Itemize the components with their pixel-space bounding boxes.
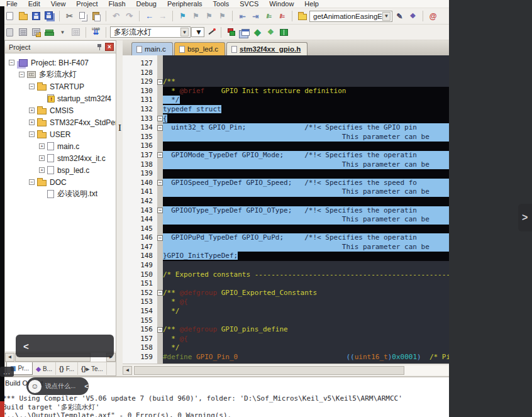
pin-icon[interactable] xyxy=(95,43,104,52)
lookup-doc-icon[interactable]: ✎ xyxy=(394,10,406,22)
fold-collapse-icon[interactable]: − xyxy=(157,327,163,333)
menu-item-flash[interactable]: Flash xyxy=(109,1,126,8)
options-target-icon[interactable] xyxy=(205,26,217,38)
code-text[interactable]: /** * @brief GPIO Init structure definit… xyxy=(163,55,449,364)
chat-overlay-bar[interactable]: ☺ 说点什么... < xyxy=(26,377,89,395)
navigate-back-icon[interactable]: ← xyxy=(143,10,155,22)
code-line[interactable]: * @{ xyxy=(163,335,449,344)
rte-diamond-icon[interactable]: ◆ xyxy=(252,26,263,38)
uncomment-icon[interactable]: //≡ xyxy=(276,10,288,22)
menu-item-window[interactable]: Window xyxy=(269,1,294,8)
expand-icon[interactable]: + xyxy=(39,155,45,161)
code-line[interactable]: uint32_t GPIO_Pin; /*!< Specifies the GP… xyxy=(163,123,449,133)
stop-build-icon[interactable] xyxy=(70,26,82,38)
collapse-icon[interactable]: − xyxy=(9,60,14,65)
save-all-icon[interactable] xyxy=(43,10,55,22)
code-line[interactable] xyxy=(163,169,449,179)
menu-item-peripherals[interactable]: Peripherals xyxy=(167,1,202,8)
chevron-right-icon[interactable]: > xyxy=(522,212,528,223)
code-line[interactable]: /** xyxy=(163,77,449,87)
code-line[interactable] xyxy=(163,316,449,326)
tree-item[interactable]: −USER xyxy=(5,128,116,140)
search-combobox[interactable]: getAnimationEasingEqua▼ xyxy=(309,11,392,22)
menu-item-svcs[interactable]: SVCS xyxy=(240,1,258,8)
code-line[interactable]: This parameter can be xyxy=(163,187,449,197)
tree-item[interactable]: +main.c xyxy=(5,140,116,152)
redo-icon[interactable]: ↷ xyxy=(123,10,135,22)
tree-item[interactable]: 必读说明.txt xyxy=(5,188,116,200)
collapse-icon[interactable]: − xyxy=(29,84,35,89)
tree-item[interactable]: −Project: BH-F407 xyxy=(5,57,116,69)
collapse-icon[interactable]: − xyxy=(29,179,35,185)
menu-item-help[interactable]: Help xyxy=(304,1,319,8)
chevron-left-icon[interactable]: < xyxy=(23,341,29,352)
chevron-down-icon[interactable]: ▼ xyxy=(382,12,391,21)
code-line[interactable]: GPIOPuPd_TypeDef GPIO_PuPd; /*!< Specifi… xyxy=(163,233,449,243)
bookmark-clear-icon[interactable]: ⚑ xyxy=(216,10,228,22)
code-line[interactable]: GPIOMode_TypeDef GPIO_Mode; /*!< Specifi… xyxy=(163,151,449,160)
collapse-icon[interactable]: − xyxy=(29,131,35,137)
menu-item-edit[interactable]: Edit xyxy=(28,1,40,8)
cut-icon[interactable]: ✂ xyxy=(64,10,75,22)
debug-session-icon[interactable] xyxy=(225,26,237,38)
expand-icon[interactable]: + xyxy=(29,120,35,125)
tree-item[interactable]: +bsp_led.c xyxy=(5,164,116,176)
panel-splitter[interactable] xyxy=(116,40,123,376)
tree-item[interactable]: startup_stm32f4 xyxy=(5,92,116,104)
fold-collapse-icon[interactable]: − xyxy=(157,208,163,213)
code-line[interactable]: */ xyxy=(163,343,449,353)
fold-collapse-icon[interactable]: − xyxy=(157,290,163,296)
bookmark-toggle-icon[interactable]: ⚑ xyxy=(177,10,189,22)
translate-icon[interactable] xyxy=(4,26,16,38)
paste-icon[interactable] xyxy=(90,10,102,22)
scroll-left-icon[interactable]: ◄ xyxy=(123,366,132,375)
smiley-icon[interactable]: ☺ xyxy=(28,380,42,393)
code-line[interactable]: GPIOSpeed_TypeDef GPIO_Speed; /*!< Speci… xyxy=(163,179,449,188)
collapse-icon[interactable]: − xyxy=(19,72,25,77)
editor-tab-stm32f4xx_gpio.h[interactable]: stm32f4xx_gpio.h xyxy=(226,42,308,55)
fold-collapse-icon[interactable]: − xyxy=(157,152,163,158)
save-icon[interactable] xyxy=(30,10,42,22)
code-line[interactable]: #define GPIO_Pin_0 ((uint16_t)0x0001) /*… xyxy=(163,353,449,362)
code-line[interactable]: * @brief GPIO Init structure definition xyxy=(163,87,449,96)
menu-item-project[interactable]: Project xyxy=(76,1,97,8)
code-editor[interactable]: 1271281291301311321331341351361371381391… xyxy=(123,55,449,364)
tree-item[interactable]: −STARTUP xyxy=(5,81,116,92)
comment-icon[interactable]: //≡ xyxy=(263,10,275,22)
scroll-left-icon[interactable]: ◄ xyxy=(5,353,14,362)
floating-collapse-bar[interactable]: < xyxy=(16,335,114,357)
code-line[interactable]: GPIOOType_TypeDef GPIO_OType; /*!< Speci… xyxy=(163,206,449,216)
open-file-icon[interactable] xyxy=(17,10,29,22)
load-flash-icon[interactable]: LOAD xyxy=(90,26,102,38)
code-line[interactable]: /** @defgroup GPIO_Exported_Constants xyxy=(163,289,449,298)
close-icon[interactable]: × xyxy=(105,43,114,51)
manage-windows-icon[interactable] xyxy=(238,26,250,38)
tree-item[interactable]: +stm32f4xx_it.c xyxy=(5,152,116,164)
panel-tab-f[interactable]: {}F... xyxy=(56,362,78,375)
code-line[interactable] xyxy=(163,225,449,234)
menu-item-tools[interactable]: Tools xyxy=(213,1,230,8)
code-line[interactable]: { xyxy=(163,114,449,124)
fold-collapse-icon[interactable]: − xyxy=(157,180,163,186)
menu-item-file[interactable]: File xyxy=(6,1,18,8)
code-line[interactable] xyxy=(163,197,449,206)
code-line[interactable]: }GPIO_InitTypeDef; xyxy=(163,252,449,261)
floating-more-dots[interactable]: ... xyxy=(0,367,14,377)
run-macro-icon[interactable]: ❖ xyxy=(407,10,419,22)
expand-icon[interactable]: + xyxy=(39,167,45,173)
code-line[interactable]: */ xyxy=(163,96,449,105)
rebuild-icon[interactable] xyxy=(30,26,42,38)
navigate-forward-icon[interactable]: → xyxy=(157,10,169,22)
editor-hscrollbar[interactable]: ◄ xyxy=(123,364,449,376)
code-line[interactable] xyxy=(163,261,449,270)
target-caret-icon[interactable]: ▼ xyxy=(192,26,204,38)
expand-icon[interactable]: + xyxy=(29,108,35,113)
chat-input-placeholder[interactable]: 说点什么... xyxy=(45,382,75,391)
code-line[interactable]: This parameter can be xyxy=(163,133,449,142)
code-line[interactable]: * @{ xyxy=(163,297,449,307)
code-line[interactable] xyxy=(163,59,449,69)
menu-item-view[interactable]: View xyxy=(51,1,66,8)
code-line[interactable]: /** @defgroup GPIO_pins_define xyxy=(163,325,449,335)
new-file-icon[interactable] xyxy=(4,10,16,22)
search-at-icon[interactable]: @ xyxy=(427,10,439,22)
